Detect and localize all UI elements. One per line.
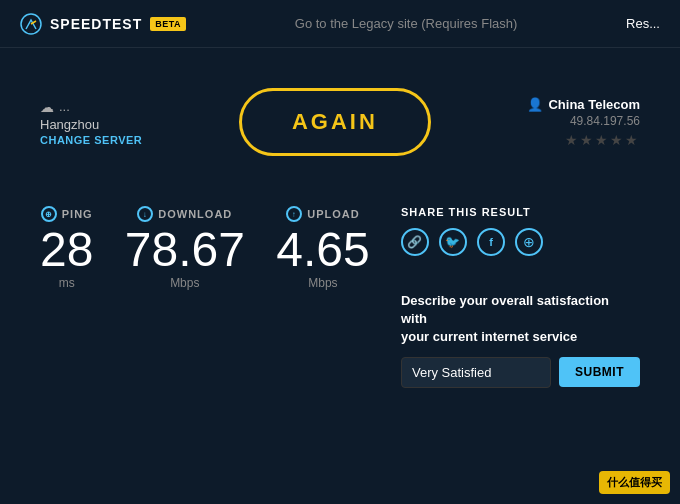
legacy-link[interactable]: Go to the Legacy site (Requires Flash) [295,16,518,31]
logo-text: SPEEDTEST [50,16,142,32]
main-content: ☁ ... Hangzhou CHANGE SERVER AGAIN 👤 Chi… [0,48,680,388]
isp-info: 👤 China Telecom 49.84.197.56 ★★★★★ [527,97,640,148]
share-link-icon[interactable]: 🔗 [401,228,429,256]
upload-icon: ↑ [286,206,302,222]
isp-ip: 49.84.197.56 [570,114,640,128]
logo-area: SPEEDTEST BETA [20,13,186,35]
speedtest-logo-icon [20,13,42,35]
server-dots: ... [59,99,70,114]
server-info: ☁ ... Hangzhou CHANGE SERVER [40,99,142,146]
satisfaction-form: Very Satisfied Satisfied Neutral Dissati… [401,357,640,388]
change-server-button[interactable]: CHANGE SERVER [40,134,142,146]
ping-unit: ms [59,276,75,290]
server-location-line: ☁ ... [40,99,70,115]
ping-label-row: ⊕ PING [41,206,93,222]
header-right: Res... [626,16,660,31]
download-icon: ↓ [137,206,153,222]
satisfaction-select[interactable]: Very Satisfied Satisfied Neutral Dissati… [401,357,551,388]
share-icons: 🔗 🐦 f ⊕ [401,228,543,256]
header: SPEEDTEST BETA Go to the Legacy site (Re… [0,0,680,48]
download-value: 78.67 [125,226,245,274]
upload-label: UPLOAD [307,208,359,220]
isp-name: China Telecom [548,97,640,112]
isp-stars: ★★★★★ [565,132,640,148]
person-icon: 👤 [527,97,543,112]
isp-name-row: 👤 China Telecom [527,97,640,112]
ping-block: ⊕ PING 28 ms [40,206,93,290]
download-label: DOWNLOAD [158,208,232,220]
server-city: Hangzhou [40,117,99,132]
share-title: SHARE THIS RESULT [401,206,531,218]
stats-row: ⊕ PING 28 ms ↓ DOWNLOAD 78.67 Mbps ↑ UPL… [40,206,640,388]
again-button[interactable]: AGAIN [239,88,431,156]
upload-unit: Mbps [308,276,337,290]
download-unit: Mbps [170,276,199,290]
ping-value: 28 [40,226,93,274]
watermark: 什么值得买 [599,471,670,494]
share-facebook-icon[interactable]: f [477,228,505,256]
upload-label-row: ↑ UPLOAD [286,206,359,222]
ping-icon: ⊕ [41,206,57,222]
share-twitter-icon[interactable]: 🐦 [439,228,467,256]
satisfaction-description: Describe your overall satisfaction with … [401,292,621,347]
upload-value: 4.65 [276,226,369,274]
upload-block: ↑ UPLOAD 4.65 Mbps [276,206,369,290]
beta-badge: BETA [150,17,186,31]
server-row: ☁ ... Hangzhou CHANGE SERVER AGAIN 👤 Chi… [40,88,640,156]
download-block: ↓ DOWNLOAD 78.67 Mbps [125,206,245,290]
submit-button[interactable]: SUBMIT [559,357,640,387]
cloud-icon: ☁ [40,99,54,115]
share-more-icon[interactable]: ⊕ [515,228,543,256]
satisfaction-block: Describe your overall satisfaction with … [401,292,640,388]
share-block: SHARE THIS RESULT 🔗 🐦 f ⊕ [401,206,543,256]
ping-label: PING [62,208,93,220]
download-label-row: ↓ DOWNLOAD [137,206,232,222]
